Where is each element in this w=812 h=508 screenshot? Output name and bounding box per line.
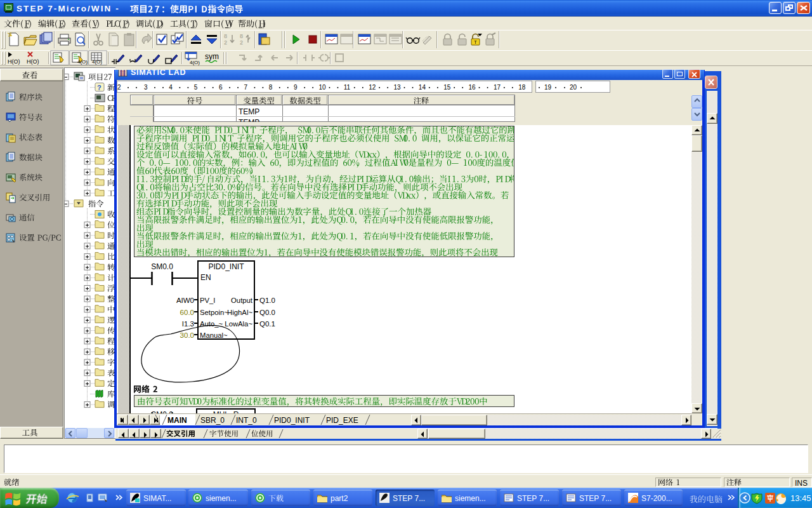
svg-text:PV_I: PV_I — [200, 297, 216, 304]
svg-text:SBR_0: SBR_0 — [200, 416, 225, 425]
svg-text:7: 7 — [244, 84, 247, 91]
svg-text:SM0.0: SM0.0 — [151, 262, 173, 271]
svg-text:INT_0: INT_0 — [236, 416, 257, 425]
svg-text:30.0: 30.0 — [180, 331, 194, 339]
svg-text:PID0_INIT: PID0_INIT — [208, 262, 244, 271]
svg-text:2: 2 — [240, 39, 243, 46]
svg-text:Q1.0: Q1.0 — [259, 297, 275, 304]
svg-text:14: 14 — [419, 84, 426, 91]
svg-text:T: T — [474, 39, 477, 45]
svg-text:2: 2 — [224, 39, 227, 46]
svg-text:13: 13 — [394, 84, 402, 91]
svg-text:sym: sym — [205, 52, 219, 61]
svg-text:16: 16 — [469, 84, 476, 91]
svg-text:EN: EN — [200, 273, 211, 282]
svg-text:MAIN: MAIN — [167, 416, 187, 425]
svg-text:PID_EXE: PID_EXE — [326, 416, 358, 425]
svg-text:18: 18 — [518, 84, 526, 91]
svg-text:11: 11 — [344, 84, 351, 91]
svg-text:PID0_INIT: PID0_INIT — [274, 416, 310, 425]
svg-text:6: 6 — [219, 84, 223, 91]
svg-text:5: 5 — [194, 84, 198, 91]
svg-text:8: 8 — [269, 84, 273, 91]
svg-text:AIW0: AIW0 — [176, 297, 194, 304]
svg-text:20: 20 — [570, 84, 577, 91]
svg-text:8: 8 — [224, 33, 227, 39]
svg-text:15: 15 — [443, 84, 451, 91]
svg-text:LowAla~: LowAla~ — [225, 320, 252, 328]
svg-text:Q0.0: Q0.0 — [259, 309, 275, 316]
svg-text:H(O): H(O) — [27, 58, 39, 65]
svg-text:60.0: 60.0 — [180, 309, 194, 316]
svg-text:4: 4 — [169, 84, 173, 91]
svg-text:H(O): H(O) — [8, 58, 20, 65]
svg-text:4(O): 4(O) — [190, 60, 200, 65]
svg-text:I1.3: I1.3 — [182, 320, 194, 328]
svg-text:Auto_~: Auto_~ — [200, 320, 223, 328]
svg-text:12: 12 — [369, 84, 376, 91]
svg-text:10: 10 — [318, 84, 326, 91]
svg-text:Q0.1: Q0.1 — [259, 320, 275, 328]
svg-text:Setpoin~: Setpoin~ — [200, 309, 228, 316]
svg-text:Manual~: Manual~ — [200, 331, 228, 339]
svg-text:9: 9 — [294, 84, 298, 91]
svg-text:8: 8 — [240, 33, 243, 39]
svg-text:3: 3 — [144, 84, 148, 91]
svg-text:4(O): 4(O) — [77, 59, 88, 65]
svg-text:4(O): 4(O) — [92, 59, 102, 65]
svg-text:19: 19 — [544, 84, 552, 91]
svg-text:Output: Output — [231, 297, 253, 304]
svg-text:?: ? — [97, 84, 102, 91]
svg-text:HighAl~: HighAl~ — [227, 309, 252, 316]
svg-text:2: 2 — [117, 84, 121, 91]
svg-text:17: 17 — [494, 84, 501, 91]
